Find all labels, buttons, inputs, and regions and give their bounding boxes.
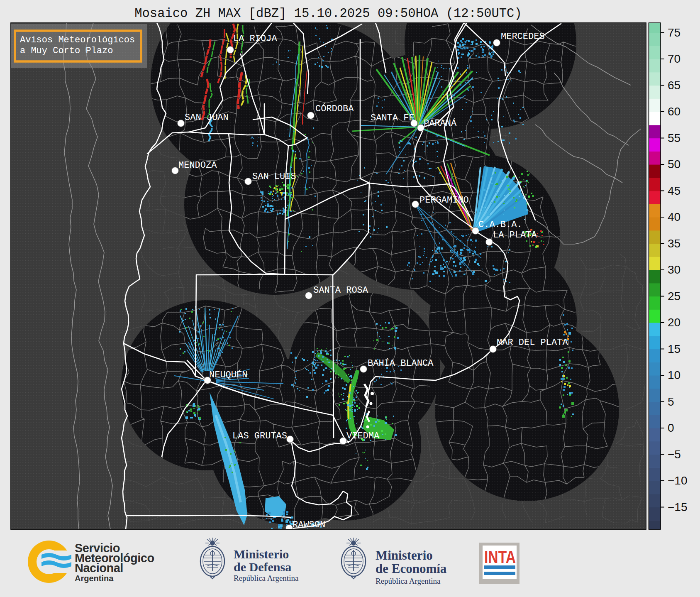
svg-text:−5: −5 bbox=[668, 448, 681, 461]
svg-text:C.A.B.A.: C.A.B.A. bbox=[478, 220, 522, 230]
svg-text:Avisos Meteorológicos: Avisos Meteorológicos bbox=[20, 35, 135, 45]
svg-text:República Argentina: República Argentina bbox=[234, 574, 299, 582]
svg-text:VIEDMA: VIEDMA bbox=[346, 431, 380, 441]
svg-text:LAS GRUTAS: LAS GRUTAS bbox=[232, 431, 287, 441]
svg-text:70: 70 bbox=[668, 52, 680, 65]
svg-text:Ministerio: Ministerio bbox=[234, 547, 289, 561]
svg-text:35: 35 bbox=[668, 237, 680, 250]
svg-text:BAHÍA BLANCA: BAHÍA BLANCA bbox=[368, 358, 434, 369]
svg-text:PARANÁ: PARANÁ bbox=[424, 118, 457, 129]
svg-text:NEUQUÉN: NEUQUÉN bbox=[209, 369, 247, 380]
svg-text:30: 30 bbox=[668, 263, 680, 276]
svg-text:65: 65 bbox=[668, 79, 680, 92]
svg-text:5: 5 bbox=[668, 395, 674, 408]
svg-text:LA RIOJA: LA RIOJA bbox=[233, 34, 277, 44]
svg-text:10: 10 bbox=[668, 369, 680, 382]
svg-text:CÓRDOBA: CÓRDOBA bbox=[315, 103, 354, 114]
svg-text:MENDOZA: MENDOZA bbox=[178, 160, 217, 171]
svg-text:LA PLATA: LA PLATA bbox=[493, 230, 537, 240]
svg-text:SANTA FE: SANTA FE bbox=[371, 113, 415, 123]
svg-text:INTA: INTA bbox=[484, 547, 516, 567]
svg-text:Ministerio: Ministerio bbox=[376, 548, 433, 563]
svg-text:Mosaico ZH MAX [dBZ] 15.10.202: Mosaico ZH MAX [dBZ] 15.10.2025 09:50HOA… bbox=[134, 7, 522, 21]
svg-text:45: 45 bbox=[668, 184, 680, 197]
svg-text:de Defensa: de Defensa bbox=[234, 560, 291, 574]
svg-text:75: 75 bbox=[668, 26, 680, 39]
svg-text:50: 50 bbox=[668, 158, 680, 171]
svg-text:40: 40 bbox=[668, 210, 680, 223]
svg-text:PERGAMINO: PERGAMINO bbox=[420, 195, 469, 206]
svg-text:RAWSON: RAWSON bbox=[293, 520, 325, 530]
svg-text:Nacional: Nacional bbox=[75, 561, 123, 575]
svg-text:−15: −15 bbox=[668, 501, 688, 514]
svg-text:MAR DEL PLATA: MAR DEL PLATA bbox=[497, 338, 568, 348]
svg-text:a Muy Corto Plazo: a Muy Corto Plazo bbox=[20, 46, 113, 56]
svg-text:55: 55 bbox=[668, 132, 680, 144]
svg-text:0: 0 bbox=[668, 421, 674, 434]
svg-text:SAN LUIS: SAN LUIS bbox=[252, 171, 296, 182]
svg-text:SAN JUAN: SAN JUAN bbox=[185, 113, 229, 123]
svg-text:de Economía: de Economía bbox=[376, 561, 447, 576]
svg-text:20: 20 bbox=[668, 316, 680, 329]
svg-text:Argentina: Argentina bbox=[75, 574, 114, 583]
svg-text:15: 15 bbox=[668, 343, 680, 355]
svg-text:República Argentina: República Argentina bbox=[376, 577, 441, 585]
svg-text:MERCEDES: MERCEDES bbox=[501, 32, 545, 42]
svg-text:60: 60 bbox=[668, 105, 680, 118]
svg-text:−10: −10 bbox=[668, 474, 688, 487]
svg-text:25: 25 bbox=[668, 290, 680, 303]
svg-text:SANTA ROSA: SANTA ROSA bbox=[313, 285, 368, 296]
